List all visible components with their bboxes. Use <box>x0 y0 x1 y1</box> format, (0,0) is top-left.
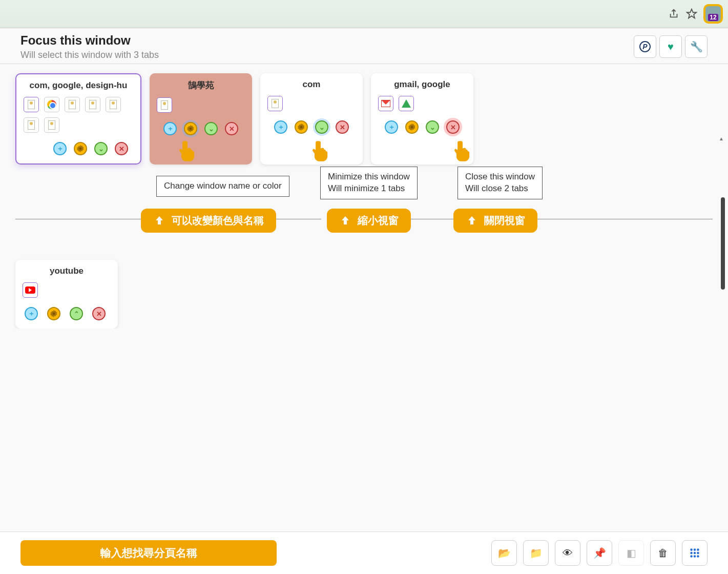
tooltip-close-window: Close this window Will close 2 tabs <box>457 167 543 199</box>
gear-icon <box>297 122 306 132</box>
pointer-hand-icon <box>311 140 330 162</box>
window-title: com, google, design-hu <box>24 80 133 91</box>
wrench-icon: 🔧 <box>690 40 703 53</box>
tab-favicon[interactable] <box>44 117 59 133</box>
pointer-hand-icon <box>453 140 472 162</box>
add-tab-button[interactable]: ＋ <box>53 142 67 155</box>
minimize-window-button[interactable]: ⌄ <box>426 120 439 134</box>
minimized-windows-row: youtube ＋ ⌃ ✕ <box>15 260 713 329</box>
paypal-icon: P <box>639 41 651 52</box>
window-card[interactable]: com, google, design-hu ＋ ⌄ ✕ <box>15 73 141 165</box>
window-card[interactable]: 鵠學苑 ＋ ⌄ ✕ <box>150 73 252 165</box>
edit-window-button[interactable] <box>405 120 419 134</box>
close-window-button[interactable]: ✕ <box>446 120 460 134</box>
window-actions: ＋ ⌄ ✕ <box>267 120 356 134</box>
add-tab-button[interactable]: ＋ <box>163 122 177 135</box>
add-tab-button[interactable]: ＋ <box>385 120 398 134</box>
page-title: Focus this window <box>20 33 159 48</box>
tab-favicon[interactable] <box>267 96 283 111</box>
window-actions: ＋ ⌄ ✕ <box>157 122 245 135</box>
browser-top-bar: 12 <box>0 0 728 28</box>
tab-favicon[interactable] <box>106 97 121 112</box>
tooltip-change-window: Change window name or color <box>156 176 289 197</box>
close-window-button[interactable]: ✕ <box>92 307 106 320</box>
scroll-up-icon[interactable]: ▲ <box>719 136 724 141</box>
minimize-window-button[interactable]: ⌄ <box>315 120 328 134</box>
annotation-close: 關閉視窗 <box>453 209 537 233</box>
document-icon <box>272 99 279 108</box>
document-icon <box>48 120 55 130</box>
document-icon <box>28 100 35 109</box>
arrow-up-icon <box>339 215 351 227</box>
document-icon <box>28 120 35 130</box>
donate-button[interactable]: ♥ <box>659 35 682 58</box>
arrow-up-icon <box>466 215 478 227</box>
main-area: com, google, design-hu ＋ ⌄ ✕ 鵠學苑 <box>0 64 728 329</box>
tooltip-line2: Will close 2 tabs <box>465 183 528 193</box>
tabs-grid <box>378 96 466 111</box>
chrome-icon <box>47 100 56 109</box>
extension-icon[interactable]: 12 <box>703 4 723 24</box>
tab-favicon[interactable] <box>399 96 414 111</box>
close-window-button[interactable]: ✕ <box>336 120 349 134</box>
window-actions: ＋ ⌃ ✕ <box>23 307 111 320</box>
window-title: gmail, google <box>378 79 466 90</box>
tab-favicon[interactable] <box>24 117 39 133</box>
edit-window-button[interactable] <box>47 307 60 320</box>
youtube-icon <box>25 286 35 294</box>
edit-window-button[interactable] <box>74 142 87 155</box>
scroll-thumb[interactable] <box>721 197 725 290</box>
window-actions: ＋ ⌄ ✕ <box>378 120 466 134</box>
tab-favicon[interactable] <box>23 282 38 298</box>
gear-icon <box>76 144 85 153</box>
scrollbar[interactable]: ▲ <box>719 136 726 226</box>
close-window-button[interactable]: ✕ <box>115 142 128 155</box>
tooltip-line1: Close this window <box>465 172 535 181</box>
svg-marker-0 <box>687 9 696 18</box>
edit-window-button[interactable] <box>295 120 308 134</box>
header-toolbar: P ♥ 🔧 <box>634 35 708 58</box>
window-card-minimized[interactable]: youtube ＋ ⌃ ✕ <box>15 260 118 329</box>
document-icon <box>89 100 96 109</box>
tabs-grid <box>157 97 245 113</box>
tab-favicon[interactable] <box>157 97 172 113</box>
paypal-button[interactable]: P <box>634 35 656 58</box>
annotation-label: 關閉視窗 <box>484 214 525 228</box>
panel-header: Focus this window Will select this windo… <box>0 28 728 64</box>
annotation-label: 可以改變顏色與名稱 <box>172 214 264 228</box>
annotation-label: 縮小視窗 <box>358 214 399 228</box>
tab-favicon[interactable] <box>85 97 100 112</box>
document-icon <box>69 100 76 109</box>
add-tab-button[interactable]: ＋ <box>274 120 287 134</box>
bookmark-star-icon[interactable] <box>686 8 697 19</box>
tab-favicon[interactable] <box>378 96 393 111</box>
tabs-grid <box>267 96 356 111</box>
edit-window-button[interactable] <box>184 122 197 135</box>
gmail-icon <box>381 100 390 107</box>
window-actions: ＋ ⌄ ✕ <box>24 142 133 155</box>
tab-favicon[interactable] <box>24 97 39 112</box>
annotation-change: 可以改變顏色與名稱 <box>141 209 276 233</box>
close-window-button[interactable]: ✕ <box>225 122 238 135</box>
tab-favicon[interactable] <box>44 97 59 112</box>
settings-button[interactable]: 🔧 <box>685 35 708 58</box>
share-icon[interactable] <box>669 8 680 19</box>
tabs-grid <box>24 97 133 133</box>
drive-icon <box>402 99 411 108</box>
heart-icon: ♥ <box>668 41 674 53</box>
window-title: com <box>267 79 356 90</box>
extension-badge: 12 <box>708 14 718 21</box>
gear-icon <box>49 309 58 318</box>
tooltip-line1: Minimize this window <box>328 172 410 181</box>
tab-favicon[interactable] <box>65 97 80 112</box>
window-title: 鵠學苑 <box>157 79 245 91</box>
minimize-window-button[interactable]: ⌄ <box>204 122 218 135</box>
gear-icon <box>407 122 417 132</box>
add-tab-button[interactable]: ＋ <box>25 307 38 320</box>
gear-icon <box>186 124 195 133</box>
tooltip-line2: Will minimize 1 tabs <box>328 183 405 193</box>
minimize-window-button[interactable]: ⌄ <box>94 142 108 155</box>
pointer-hand-icon <box>178 140 197 162</box>
open-windows-row: com, google, design-hu ＋ ⌄ ✕ 鵠學苑 <box>15 73 713 165</box>
restore-window-button[interactable]: ⌃ <box>70 307 83 320</box>
